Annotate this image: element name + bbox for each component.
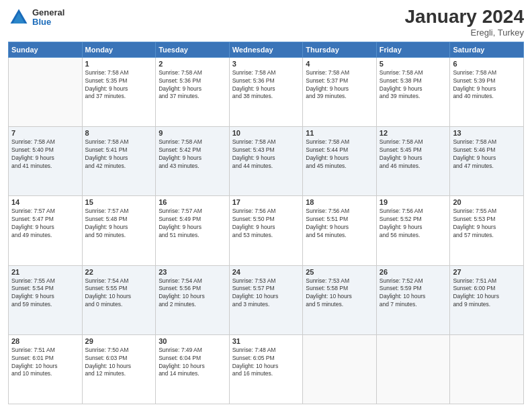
- calendar-cell: 23Sunrise: 7:54 AM Sunset: 5:56 PM Dayli…: [156, 265, 230, 334]
- calendar-cell: 17Sunrise: 7:56 AM Sunset: 5:50 PM Dayli…: [229, 196, 303, 265]
- location: Eregli, Turkey: [405, 28, 524, 38]
- calendar-cell: 9Sunrise: 7:58 AM Sunset: 5:42 PM Daylig…: [156, 127, 230, 196]
- page: General Blue January 2024 Eregli, Turkey…: [0, 0, 532, 411]
- day-number: 5: [380, 60, 447, 68]
- logo: General Blue: [8, 7, 64, 28]
- logo-text: General Blue: [32, 8, 64, 28]
- calendar-cell: 30Sunrise: 7:49 AM Sunset: 6:04 PM Dayli…: [156, 334, 230, 404]
- calendar-cell: 25Sunrise: 7:53 AM Sunset: 5:58 PM Dayli…: [303, 265, 377, 334]
- day-info: Sunrise: 7:53 AM Sunset: 5:57 PM Dayligh…: [232, 277, 300, 310]
- day-info: Sunrise: 7:58 AM Sunset: 5:44 PM Dayligh…: [306, 138, 373, 171]
- title-area: January 2024 Eregli, Turkey: [405, 7, 524, 38]
- month-title: January 2024: [405, 7, 524, 28]
- day-number: 6: [453, 60, 521, 68]
- day-number: 3: [232, 60, 300, 68]
- calendar-cell: 20Sunrise: 7:55 AM Sunset: 5:53 PM Dayli…: [450, 196, 524, 265]
- calendar-cell: 24Sunrise: 7:53 AM Sunset: 5:57 PM Dayli…: [229, 265, 303, 334]
- day-info: Sunrise: 7:54 AM Sunset: 5:56 PM Dayligh…: [159, 277, 226, 310]
- calendar-cell: 18Sunrise: 7:56 AM Sunset: 5:51 PM Dayli…: [303, 196, 377, 265]
- day-number: 29: [85, 337, 153, 345]
- day-info: Sunrise: 7:56 AM Sunset: 5:52 PM Dayligh…: [380, 208, 447, 240]
- day-info: Sunrise: 7:58 AM Sunset: 5:38 PM Dayligh…: [380, 69, 447, 101]
- day-number: 18: [306, 198, 373, 206]
- day-info: Sunrise: 7:58 AM Sunset: 5:40 PM Dayligh…: [11, 138, 79, 171]
- day-number: 2: [159, 60, 226, 68]
- weekday-header-tuesday: Tuesday: [156, 42, 230, 57]
- day-number: 11: [306, 129, 373, 137]
- day-number: 14: [11, 198, 79, 206]
- day-number: 12: [380, 129, 447, 137]
- day-number: 21: [11, 268, 79, 276]
- day-info: Sunrise: 7:56 AM Sunset: 5:50 PM Dayligh…: [232, 208, 300, 240]
- calendar-cell: [303, 334, 377, 404]
- day-number: 10: [232, 129, 300, 137]
- day-number: 9: [159, 129, 226, 137]
- calendar-week-2: 7Sunrise: 7:58 AM Sunset: 5:40 PM Daylig…: [9, 127, 524, 196]
- day-number: 30: [159, 337, 226, 345]
- calendar-cell: 13Sunrise: 7:58 AM Sunset: 5:46 PM Dayli…: [450, 127, 524, 196]
- day-number: 16: [159, 198, 226, 206]
- calendar-cell: 8Sunrise: 7:58 AM Sunset: 5:41 PM Daylig…: [82, 127, 156, 196]
- calendar-cell: 12Sunrise: 7:58 AM Sunset: 5:45 PM Dayli…: [376, 127, 450, 196]
- calendar-cell: 19Sunrise: 7:56 AM Sunset: 5:52 PM Dayli…: [376, 196, 450, 265]
- calendar-cell: 2Sunrise: 7:58 AM Sunset: 5:36 PM Daylig…: [156, 57, 230, 126]
- calendar-cell: 5Sunrise: 7:58 AM Sunset: 5:38 PM Daylig…: [376, 57, 450, 126]
- day-info: Sunrise: 7:58 AM Sunset: 5:43 PM Dayligh…: [232, 138, 300, 171]
- day-info: Sunrise: 7:56 AM Sunset: 5:51 PM Dayligh…: [306, 208, 373, 240]
- day-info: Sunrise: 7:57 AM Sunset: 5:47 PM Dayligh…: [11, 208, 79, 240]
- calendar-cell: 16Sunrise: 7:57 AM Sunset: 5:49 PM Dayli…: [156, 196, 230, 265]
- weekday-header-wednesday: Wednesday: [229, 42, 303, 57]
- day-info: Sunrise: 7:54 AM Sunset: 5:55 PM Dayligh…: [85, 277, 153, 310]
- day-info: Sunrise: 7:58 AM Sunset: 5:36 PM Dayligh…: [159, 69, 226, 101]
- day-info: Sunrise: 7:58 AM Sunset: 5:42 PM Dayligh…: [159, 138, 226, 171]
- calendar-cell: 10Sunrise: 7:58 AM Sunset: 5:43 PM Dayli…: [229, 127, 303, 196]
- day-info: Sunrise: 7:49 AM Sunset: 6:04 PM Dayligh…: [159, 347, 226, 379]
- calendar-cell: 29Sunrise: 7:50 AM Sunset: 6:03 PM Dayli…: [82, 334, 156, 404]
- calendar-cell: 27Sunrise: 7:51 AM Sunset: 6:00 PM Dayli…: [450, 265, 524, 334]
- day-info: Sunrise: 7:51 AM Sunset: 6:01 PM Dayligh…: [11, 347, 79, 379]
- calendar: SundayMondayTuesdayWednesdayThursdayFrid…: [8, 42, 524, 404]
- calendar-cell: [450, 334, 524, 404]
- logo-icon: [8, 7, 30, 28]
- calendar-cell: 14Sunrise: 7:57 AM Sunset: 5:47 PM Dayli…: [9, 196, 83, 265]
- day-number: 20: [453, 198, 521, 206]
- calendar-cell: 15Sunrise: 7:57 AM Sunset: 5:48 PM Dayli…: [82, 196, 156, 265]
- day-info: Sunrise: 7:57 AM Sunset: 5:48 PM Dayligh…: [85, 208, 153, 240]
- day-info: Sunrise: 7:58 AM Sunset: 5:45 PM Dayligh…: [380, 138, 447, 171]
- header: General Blue January 2024 Eregli, Turkey: [8, 7, 524, 38]
- day-number: 27: [453, 268, 521, 276]
- day-info: Sunrise: 7:58 AM Sunset: 5:36 PM Dayligh…: [232, 69, 300, 101]
- weekday-header-saturday: Saturday: [450, 42, 524, 57]
- weekday-header-friday: Friday: [376, 42, 450, 57]
- calendar-cell: 11Sunrise: 7:58 AM Sunset: 5:44 PM Dayli…: [303, 127, 377, 196]
- day-info: Sunrise: 7:58 AM Sunset: 5:39 PM Dayligh…: [453, 69, 521, 101]
- day-number: 7: [11, 129, 79, 137]
- day-info: Sunrise: 7:52 AM Sunset: 5:59 PM Dayligh…: [380, 277, 447, 310]
- calendar-cell: 4Sunrise: 7:58 AM Sunset: 5:37 PM Daylig…: [303, 57, 377, 126]
- day-number: 22: [85, 268, 153, 276]
- logo-general: General: [32, 8, 64, 17]
- calendar-cell: 31Sunrise: 7:48 AM Sunset: 6:05 PM Dayli…: [229, 334, 303, 404]
- calendar-cell: 7Sunrise: 7:58 AM Sunset: 5:40 PM Daylig…: [9, 127, 83, 196]
- calendar-cell: [9, 57, 83, 126]
- calendar-cell: 22Sunrise: 7:54 AM Sunset: 5:55 PM Dayli…: [82, 265, 156, 334]
- day-info: Sunrise: 7:57 AM Sunset: 5:49 PM Dayligh…: [159, 208, 226, 240]
- day-info: Sunrise: 7:58 AM Sunset: 5:41 PM Dayligh…: [85, 138, 153, 171]
- calendar-cell: [376, 334, 450, 404]
- calendar-week-1: 1Sunrise: 7:58 AM Sunset: 5:35 PM Daylig…: [9, 57, 524, 126]
- day-info: Sunrise: 7:53 AM Sunset: 5:58 PM Dayligh…: [306, 277, 373, 310]
- day-number: 25: [306, 268, 373, 276]
- calendar-cell: 6Sunrise: 7:58 AM Sunset: 5:39 PM Daylig…: [450, 57, 524, 126]
- day-number: 23: [159, 268, 226, 276]
- calendar-week-3: 14Sunrise: 7:57 AM Sunset: 5:47 PM Dayli…: [9, 196, 524, 265]
- calendar-cell: 21Sunrise: 7:55 AM Sunset: 5:54 PM Dayli…: [9, 265, 83, 334]
- day-number: 26: [380, 268, 447, 276]
- calendar-week-4: 21Sunrise: 7:55 AM Sunset: 5:54 PM Dayli…: [9, 265, 524, 334]
- day-info: Sunrise: 7:55 AM Sunset: 5:54 PM Dayligh…: [11, 277, 79, 310]
- calendar-cell: 3Sunrise: 7:58 AM Sunset: 5:36 PM Daylig…: [229, 57, 303, 126]
- day-number: 4: [306, 60, 373, 68]
- day-number: 1: [85, 60, 153, 68]
- weekday-header-monday: Monday: [82, 42, 156, 57]
- day-info: Sunrise: 7:50 AM Sunset: 6:03 PM Dayligh…: [85, 347, 153, 379]
- calendar-cell: 26Sunrise: 7:52 AM Sunset: 5:59 PM Dayli…: [376, 265, 450, 334]
